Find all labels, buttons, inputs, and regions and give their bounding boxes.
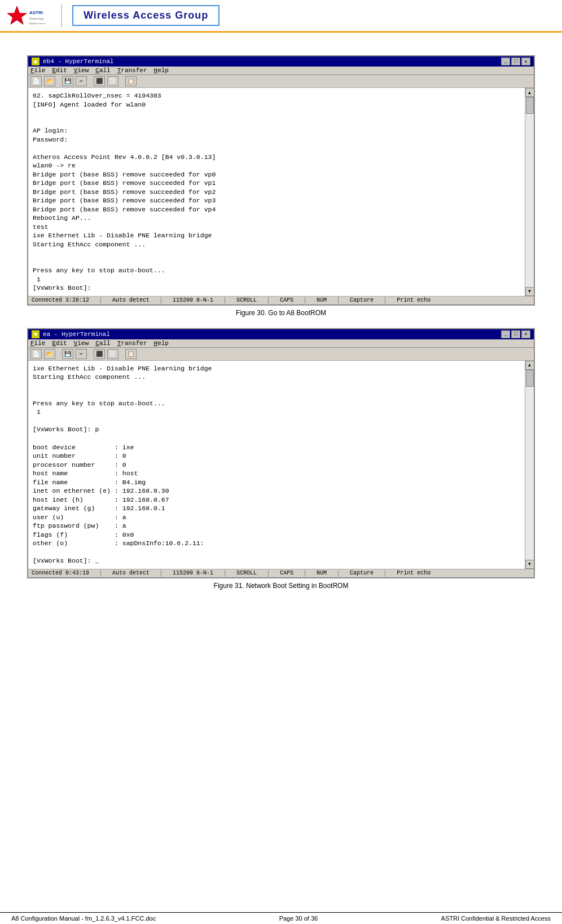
- t2-menu-transfer[interactable]: Transfer: [117, 340, 147, 347]
- status-baud: 115200 8-N-1: [173, 297, 213, 304]
- t2-status-print-echo: Print echo: [397, 570, 431, 577]
- terminal2-statusbar: Connected 0:43:19 Auto detect 115200 8-N…: [28, 569, 534, 577]
- terminal1-statusbar: Connected 3:28:12 Auto detect 115200 8-N…: [28, 296, 534, 304]
- footer-left: A8 Configuration Manual - fm_1.2.6.3_v4.…: [11, 915, 156, 922]
- t2-minimize-button[interactable]: _: [501, 330, 510, 338]
- btn6[interactable]: ⬜: [107, 76, 118, 86]
- t2-menu-file[interactable]: File: [30, 340, 45, 347]
- t2-restore-button[interactable]: □: [511, 330, 520, 338]
- restore-button[interactable]: □: [511, 58, 520, 65]
- btn3[interactable]: 💾: [62, 76, 73, 86]
- status-caps: CAPS: [280, 297, 293, 304]
- t2-btn6[interactable]: ⬜: [107, 349, 118, 359]
- terminal1-scrollbar[interactable]: ▲ ▼: [525, 88, 534, 296]
- terminal1-title-left: ▣ eb4 - HyperTerminal: [32, 58, 113, 65]
- t2-scroll-down[interactable]: ▼: [525, 560, 534, 569]
- terminal1-titlebar: ▣ eb4 - HyperTerminal _ □ ✕: [28, 56, 534, 67]
- t2-open-btn[interactable]: 📂: [44, 349, 55, 359]
- terminal1-icon: ▣: [32, 58, 39, 65]
- t2-status-scroll: SCROLL: [236, 570, 257, 577]
- scroll-thumb[interactable]: [526, 97, 534, 114]
- t2-scroll-track: [525, 370, 534, 560]
- terminal2-body: ixe Ethernet Lib - Disable PNE learning …: [28, 361, 525, 569]
- scroll-track: [525, 97, 534, 287]
- t2-status-caps: CAPS: [280, 570, 293, 577]
- status-print-echo: Print echo: [397, 297, 431, 304]
- menu-help[interactable]: Help: [154, 67, 169, 74]
- terminal1-window: ▣ eb4 - HyperTerminal _ □ ✕ File Edit Vi…: [27, 55, 535, 306]
- menu-transfer[interactable]: Transfer: [117, 67, 147, 74]
- t2-status-connected: Connected 0:43:19: [32, 570, 89, 577]
- terminal2-container: ▣ ea - HyperTerminal _ □ ✕ File Edit Vie…: [27, 328, 535, 590]
- terminal1-title: eb4 - HyperTerminal: [43, 58, 113, 65]
- status-connected: Connected 3:28:12: [32, 297, 89, 304]
- status-num: NUM: [317, 297, 327, 304]
- scroll-up[interactable]: ▲: [525, 88, 534, 97]
- t2-btn5[interactable]: ⬛: [94, 349, 105, 359]
- t2-new-btn[interactable]: 📄: [30, 349, 42, 359]
- status-auto-detect: Auto detect: [112, 297, 150, 304]
- t2-status-baud: 115200 8-N-1: [173, 570, 213, 577]
- terminal2-window: ▣ ea - HyperTerminal _ □ ✕ File Edit Vie…: [27, 328, 535, 578]
- astri-logo: ASTRI Hong Kong Applied Science: [6, 3, 51, 28]
- terminal2-title-left: ▣ ea - HyperTerminal: [32, 330, 110, 338]
- header-title: Wireless Access Group: [72, 5, 219, 26]
- terminal2-icon: ▣: [32, 330, 39, 338]
- t2-status-auto-detect: Auto detect: [112, 570, 150, 577]
- new-btn[interactable]: 📄: [30, 76, 42, 86]
- menu-file[interactable]: File: [30, 67, 45, 74]
- terminal1-menubar: File Edit View Call Transfer Help: [28, 67, 534, 75]
- terminal2-toolbar: 📄 📂 💾 ✂ ⬛ ⬜ 📋: [28, 348, 534, 361]
- close-button[interactable]: ✕: [521, 58, 530, 65]
- status-capture: Capture: [350, 297, 374, 304]
- terminal1-body-wrapper: 62. sapClkRollOver_nsec = 4194303 [INFO]…: [28, 88, 534, 296]
- btn5[interactable]: ⬛: [94, 76, 105, 86]
- btn4[interactable]: ✂: [76, 76, 87, 86]
- terminal2-title: ea - HyperTerminal: [43, 331, 110, 338]
- status-scroll: SCROLL: [236, 297, 257, 304]
- t2-scroll-up[interactable]: ▲: [525, 361, 534, 370]
- t2-btn3[interactable]: 💾: [62, 349, 73, 359]
- page-footer: A8 Configuration Manual - fm_1.2.6.3_v4.…: [0, 912, 562, 924]
- t2-btn4[interactable]: ✂: [76, 349, 87, 359]
- t2-menu-view[interactable]: View: [74, 340, 89, 347]
- t2-status-capture: Capture: [350, 570, 374, 577]
- terminal2-menubar: File Edit View Call Transfer Help: [28, 339, 534, 348]
- figure2-caption: Figure 31. Network Boot Setting in BootR…: [27, 582, 535, 590]
- svg-text:ASTRI: ASTRI: [29, 10, 43, 15]
- scroll-down[interactable]: ▼: [525, 287, 534, 296]
- logo-divider: [61, 5, 62, 27]
- logo-area: ASTRI Hong Kong Applied Science Wireless…: [6, 3, 219, 28]
- terminal1-titlebar-btns[interactable]: _ □ ✕: [501, 58, 530, 65]
- t2-status-num: NUM: [317, 570, 327, 577]
- terminal1-container: ▣ eb4 - HyperTerminal _ □ ✕ File Edit Vi…: [27, 55, 535, 317]
- figure1-caption: Figure 30. Go to A8 BootROM: [27, 309, 535, 317]
- terminal2-body-wrapper: ixe Ethernet Lib - Disable PNE learning …: [28, 361, 534, 569]
- footer-right: ASTRI Confidential & Restricted Access: [441, 915, 551, 922]
- btn7[interactable]: 📋: [125, 76, 137, 86]
- t2-menu-help[interactable]: Help: [154, 340, 169, 347]
- terminal2-scrollbar[interactable]: ▲ ▼: [525, 361, 534, 569]
- page-content: ▣ eb4 - HyperTerminal _ □ ✕ File Edit Vi…: [0, 33, 562, 612]
- svg-text:Applied Science: Applied Science: [29, 22, 46, 25]
- minimize-button[interactable]: _: [501, 58, 510, 65]
- t2-menu-call[interactable]: Call: [95, 340, 110, 347]
- t2-btn7[interactable]: 📋: [125, 349, 137, 359]
- menu-call[interactable]: Call: [95, 67, 110, 74]
- terminal1-toolbar: 📄 📂 💾 ✂ ⬛ ⬜ 📋: [28, 75, 534, 88]
- t2-close-button[interactable]: ✕: [521, 330, 530, 338]
- terminal2-titlebar-btns[interactable]: _ □ ✕: [501, 330, 530, 338]
- svg-text:Hong Kong: Hong Kong: [29, 17, 43, 20]
- menu-view[interactable]: View: [74, 67, 89, 74]
- footer-center: Page 30 of 36: [156, 915, 441, 922]
- terminal2-titlebar: ▣ ea - HyperTerminal _ □ ✕: [28, 329, 534, 339]
- open-btn[interactable]: 📂: [44, 76, 55, 86]
- t2-scroll-thumb[interactable]: [526, 370, 534, 387]
- terminal1-body: 62. sapClkRollOver_nsec = 4194303 [INFO]…: [28, 88, 525, 296]
- menu-edit[interactable]: Edit: [52, 67, 67, 74]
- t2-menu-edit[interactable]: Edit: [52, 340, 67, 347]
- page-header: ASTRI Hong Kong Applied Science Wireless…: [0, 0, 562, 33]
